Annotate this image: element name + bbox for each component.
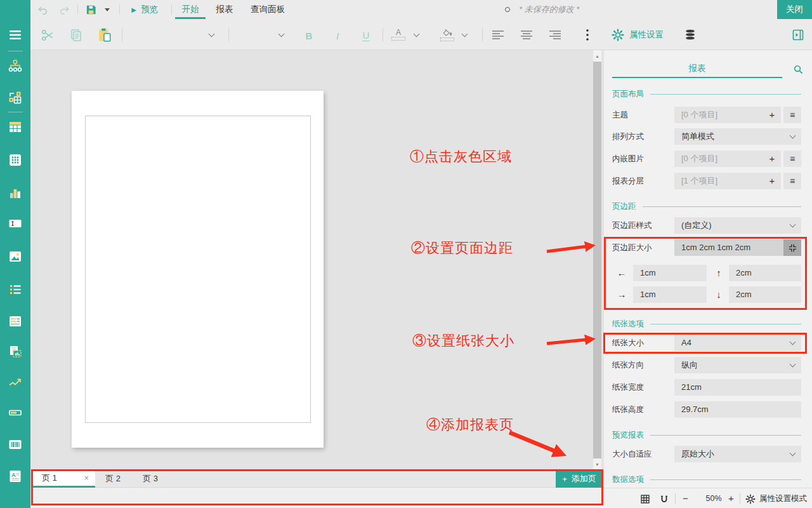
snap-magnet-icon[interactable] — [658, 493, 670, 505]
redo-icon[interactable] — [57, 3, 71, 16]
banded-list-icon[interactable] — [0, 311, 30, 331]
mode-gear-icon[interactable] — [745, 493, 756, 505]
add-image-button[interactable]: + — [763, 150, 781, 167]
margin-left-input[interactable]: 1cm — [633, 265, 707, 281]
margin-left-arrow-icon: ← — [615, 265, 628, 281]
image-icon[interactable] — [0, 246, 30, 267]
margin-detail-row-1: ← 1cm ↑ 2cm — [604, 265, 812, 281]
page-tabs-bar: 页 1 × 页 2 页 3 + 添加页 — [30, 470, 604, 508]
paper-orientation-select[interactable]: 纵向 — [674, 357, 801, 373]
scroll-up-icon[interactable]: ▲ — [593, 50, 601, 62]
margin-right-input[interactable]: 1cm — [633, 286, 707, 303]
hierarchy-icon[interactable] — [0, 56, 30, 76]
clipped-bottom-icon[interactable] — [0, 502, 30, 508]
margin-bottom-input[interactable]: 2cm — [729, 286, 801, 303]
close-button[interactable]: 关闭 — [777, 0, 812, 19]
barcode-icon[interactable] — [0, 434, 30, 455]
bold-button[interactable]: B — [301, 27, 317, 44]
add-layer-button[interactable]: + — [763, 173, 781, 189]
scroll-down-icon[interactable]: ▼ — [593, 458, 601, 470]
page-tab-1[interactable]: 页 1 × — [32, 470, 95, 488]
property-row-embedded-images: 内嵌图片 [0 个项目] + ≡ — [604, 150, 812, 167]
property-row-size-fit: 大小自适应 原始大小 — [604, 446, 812, 462]
table-icon[interactable] — [0, 117, 30, 137]
arrange-mode-select[interactable]: 简单模式 — [674, 128, 801, 145]
section-data-options: 数据选项 — [612, 474, 801, 485]
theme-field[interactable]: [0 个项目] — [674, 107, 763, 123]
zoom-level[interactable]: 50% — [699, 488, 728, 508]
cut-icon[interactable] — [39, 26, 56, 44]
copy-icon[interactable] — [67, 26, 85, 44]
report-page[interactable] — [72, 91, 324, 448]
paper-height-input[interactable]: 29.7cm — [674, 401, 801, 418]
mode-label[interactable]: 属性设置模式 — [759, 488, 807, 508]
font-color-icon[interactable]: A — [390, 27, 407, 43]
textbox-icon[interactable] — [0, 213, 30, 234]
add-page-button[interactable]: + 添加页 — [556, 470, 603, 488]
richtext-icon[interactable]: A — [0, 466, 30, 486]
separator — [77, 4, 78, 15]
layer-list-button[interactable]: ≡ — [783, 173, 801, 189]
panel-tab-report[interactable]: 报表 — [612, 60, 782, 77]
progress-bar-icon[interactable] — [0, 403, 30, 423]
chevron-down-icon[interactable] — [462, 31, 468, 37]
database-icon[interactable] — [681, 26, 699, 44]
margin-style-select[interactable]: (自定义) — [674, 217, 801, 234]
tab-home[interactable]: 开始 — [175, 0, 206, 19]
sparkline-icon[interactable] — [0, 372, 30, 392]
margin-top-arrow-icon: ↑ — [712, 265, 725, 281]
underline-button[interactable]: U — [358, 27, 374, 44]
image-list-button[interactable]: ≡ — [783, 150, 801, 167]
chevron-down-icon[interactable] — [414, 31, 420, 37]
property-settings-label[interactable]: 属性设置 — [629, 19, 664, 50]
paste-icon[interactable] — [96, 26, 114, 44]
theme-list-button[interactable]: ≡ — [783, 107, 801, 123]
chevron-down-icon[interactable] — [209, 31, 215, 37]
zoom-in-button[interactable]: + — [728, 488, 734, 508]
chevron-down-icon[interactable] — [278, 31, 285, 37]
tab-query-panel[interactable]: 查询面板 — [244, 0, 292, 19]
more-options-icon[interactable] — [583, 28, 592, 42]
align-right-icon[interactable] — [546, 26, 564, 44]
property-row-paper-width: 纸张宽度 21cm — [604, 379, 812, 396]
tab-report[interactable]: 报表 — [209, 0, 240, 19]
size-fit-select[interactable]: 原始大小 — [674, 446, 801, 462]
search-icon[interactable] — [793, 64, 804, 77]
paper-size-select[interactable]: A4 — [674, 335, 801, 351]
layout-add-icon[interactable] — [0, 88, 30, 108]
separator — [740, 493, 740, 504]
report-layers-field[interactable]: [1 个项目] — [674, 173, 763, 189]
collapse-panel-icon[interactable] — [789, 26, 807, 44]
design-canvas[interactable] — [30, 50, 604, 470]
save-icon[interactable] — [84, 3, 98, 16]
close-page-icon[interactable]: × — [84, 470, 89, 486]
scrollbar-thumb[interactable] — [593, 62, 601, 458]
paper-width-input[interactable]: 21cm — [674, 379, 801, 396]
embedded-images-field[interactable]: [0 个项目] — [674, 150, 763, 167]
page-tab-3[interactable]: 页 3 — [131, 470, 170, 488]
preview-button[interactable]: 预览 — [141, 0, 158, 19]
collapse-editor-icon[interactable] — [783, 239, 801, 256]
add-theme-button[interactable]: + — [763, 107, 781, 123]
vertical-scrollbar[interactable]: ▲ ▼ — [593, 50, 601, 470]
subreport-icon[interactable] — [0, 342, 30, 362]
gear-icon[interactable] — [612, 29, 624, 44]
margin-size-value[interactable]: 1cm 2cm 1cm 2cm — [674, 239, 783, 256]
list-icon[interactable] — [0, 279, 30, 300]
page-tab-2[interactable]: 页 2 — [95, 470, 131, 488]
margin-top-input[interactable]: 2cm — [729, 265, 801, 281]
undo-icon[interactable] — [36, 3, 49, 16]
menu-icon[interactable] — [0, 25, 30, 45]
grid-icon[interactable] — [639, 493, 651, 505]
matrix-icon[interactable] — [0, 150, 30, 170]
annotation-step2: ②设置页面边距 — [411, 239, 513, 258]
chart-icon[interactable] — [0, 183, 30, 203]
preview-play-icon[interactable]: ▶ — [127, 3, 141, 16]
fill-color-icon[interactable] — [439, 27, 455, 43]
top-bar: ▶ 预览 开始 报表 查询面板 * 未保存的修改 * 关闭 — [30, 0, 812, 19]
italic-button[interactable]: I — [330, 27, 345, 44]
align-left-icon[interactable] — [489, 26, 507, 44]
save-dropdown-icon[interactable] — [100, 3, 114, 16]
align-center-icon[interactable] — [518, 26, 535, 44]
zoom-out-button[interactable]: − — [683, 488, 688, 508]
